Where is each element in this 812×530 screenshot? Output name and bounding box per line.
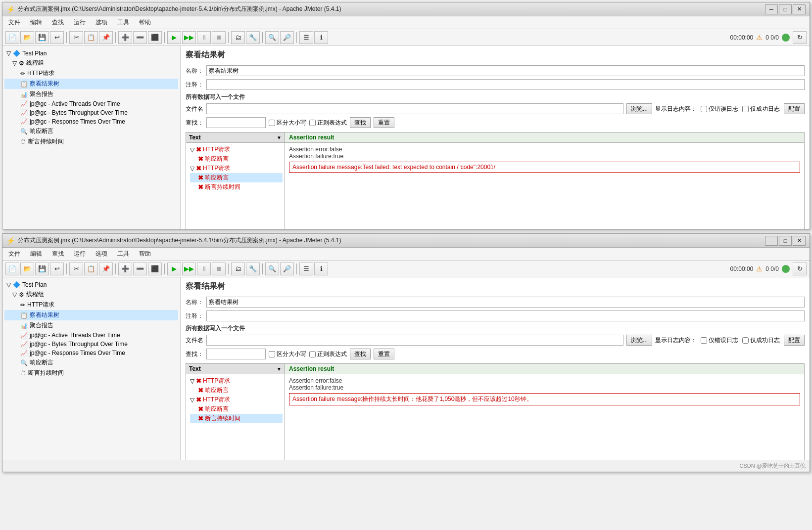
tb-stop-1[interactable]: ⏸ [197, 31, 211, 44]
tree-entry-r3-2[interactable]: ▽ ✖ HTTP请求 [190, 395, 283, 404]
tree-entry-r3-1[interactable]: ▽ ✖ HTTP请求 [190, 164, 283, 173]
tb-new-2[interactable]: 📄 [5, 263, 19, 275]
menu-run-2[interactable]: 运行 [72, 249, 88, 259]
tree-entry-r1-2[interactable]: ▽ ✖ HTTP请求 [190, 376, 283, 386]
name-input-1[interactable] [206, 65, 805, 76]
tb-remove-2[interactable]: ➖ [133, 263, 147, 275]
menu-tools-1[interactable]: 工具 [115, 17, 131, 28]
tb-shutdown-1[interactable]: ⏹ [212, 31, 226, 44]
tree-responseassert-2[interactable]: 🔍 响应断言 [4, 357, 178, 368]
tb-open-1[interactable]: 📂 [20, 31, 34, 44]
tree-activethreads-2[interactable]: 📈 jp@gc - Active Threads Over Time [4, 331, 178, 340]
config-btn-1[interactable]: 配置 [784, 103, 805, 114]
name-input-2[interactable] [206, 297, 805, 308]
tb-open-2[interactable]: 📂 [20, 263, 34, 275]
menu-file-2[interactable]: 文件 [6, 249, 22, 259]
tb-startno-2[interactable]: ▶▶ [182, 263, 196, 275]
tb-search-2[interactable]: 🔍 [265, 263, 279, 275]
tree-entry-r4-1[interactable]: ✖ 响应断言 [190, 173, 283, 182]
tree-resulttree-1[interactable]: 📋 察看结果树 [4, 79, 178, 89]
tree-threadgroup-1[interactable]: ▽ ⚙ 线程组 [4, 58, 178, 68]
tb-more1-1[interactable]: 🔧 [246, 31, 260, 44]
tb-zoom-1[interactable]: 🔎 [280, 31, 294, 44]
close-btn-2[interactable]: ✕ [793, 236, 806, 246]
comment-input-1[interactable] [206, 79, 805, 90]
tree-threadgroup-2[interactable]: ▽ ⚙ 线程组 [4, 289, 178, 300]
search-btn-1[interactable]: 查找 [350, 117, 371, 128]
file-input-2[interactable] [206, 335, 623, 346]
menu-options-1[interactable]: 选项 [94, 17, 109, 28]
tb-clear-2[interactable]: ⬛ [148, 263, 162, 275]
tree-httpreq-1[interactable]: ✏ HTTP请求 [4, 68, 178, 79]
minimize-btn-2[interactable]: ─ [765, 236, 778, 246]
tb-new-1[interactable]: 📄 [5, 31, 19, 44]
tb-stop-2[interactable]: ⏸ [197, 263, 211, 275]
tree-httpreq-2[interactable]: ✏ HTTP请求 [4, 300, 178, 310]
menu-edit-1[interactable]: 编辑 [28, 17, 44, 28]
tb-templates-1[interactable]: 🗂 [231, 31, 245, 44]
tree-responsetimes-1[interactable]: 📈 jp@gc - Response Times Over Time [4, 117, 178, 126]
tree-activethreads-1[interactable]: 📈 jp@gc - Active Threads Over Time [4, 99, 178, 108]
tree-aggregate-2[interactable]: 📊 聚合报告 [4, 320, 178, 331]
tb-save-2[interactable]: 💾 [35, 263, 49, 275]
tb-refresh-2[interactable]: ↻ [793, 263, 807, 275]
error-log-check-1[interactable] [701, 106, 707, 112]
menu-search-2[interactable]: 查找 [50, 249, 66, 259]
tb-info-1[interactable]: ℹ [314, 31, 328, 44]
tb-search-1[interactable]: 🔍 [265, 31, 279, 44]
case-check-2[interactable] [269, 351, 275, 357]
tree-testplan-2[interactable]: ▽ 🔷 Test Plan [4, 280, 178, 289]
tb-paste-2[interactable]: 📌 [99, 263, 113, 275]
error-log-check-2[interactable] [701, 337, 707, 344]
tb-clear-1[interactable]: ⬛ [148, 31, 162, 44]
regex-check-1[interactable] [309, 120, 316, 126]
tree-entry-r2-1[interactable]: ✖ 响应断言 [190, 154, 283, 164]
tb-revert-2[interactable]: ↩ [50, 263, 64, 275]
close-btn-1[interactable]: ✕ [793, 4, 806, 14]
tree-testplan-1[interactable]: ▽ 🔷 Test Plan [4, 49, 178, 58]
tree-entry-r5-1[interactable]: ✖ 断言持续时间 [190, 182, 283, 192]
tree-responseassert-1[interactable]: 🔍 响应断言 [4, 126, 178, 136]
menu-edit-2[interactable]: 编辑 [28, 249, 44, 259]
browse-btn-2[interactable]: 浏览... [626, 335, 652, 346]
tb-startno-1[interactable]: ▶▶ [182, 31, 196, 44]
tb-copy-2[interactable]: 📋 [84, 263, 98, 275]
menu-tools-2[interactable]: 工具 [115, 249, 131, 259]
tree-entry-r2-2[interactable]: ✖ 响应断言 [190, 386, 283, 395]
menu-run-1[interactable]: 运行 [72, 17, 88, 28]
search-btn-2[interactable]: 查找 [350, 349, 371, 359]
menu-options-2[interactable]: 选项 [94, 249, 109, 259]
regex-check-2[interactable] [309, 351, 316, 357]
menu-file-1[interactable]: 文件 [6, 17, 22, 28]
tb-more1-2[interactable]: 🔧 [246, 263, 260, 275]
menu-help-2[interactable]: 帮助 [137, 249, 153, 259]
browse-btn-1[interactable]: 浏览... [626, 103, 652, 114]
maximize-btn-2[interactable]: □ [779, 236, 792, 246]
comment-input-2[interactable] [206, 310, 805, 321]
search-input-2[interactable] [206, 349, 266, 359]
reset-btn-1[interactable]: 重置 [374, 117, 394, 128]
tree-resulttree-2[interactable]: 📋 察看结果树 [4, 310, 178, 320]
tb-copy-1[interactable]: 📋 [84, 31, 98, 44]
tb-shutdown-2[interactable]: ⏹ [212, 263, 226, 275]
tree-bytesthroughput-2[interactable]: 📈 jp@gc - Bytes Throughput Over Time [4, 340, 178, 349]
tree-entry-r4-2[interactable]: ✖ 响应断言 [190, 404, 283, 414]
file-input-1[interactable] [206, 103, 623, 114]
minimize-btn-1[interactable]: ─ [765, 4, 778, 14]
tb-zoom-2[interactable]: 🔎 [280, 263, 294, 275]
tb-add-1[interactable]: ➕ [118, 31, 132, 44]
reset-btn-2[interactable]: 重置 [374, 349, 394, 359]
tree-aggregate-1[interactable]: 📊 聚合报告 [4, 89, 178, 99]
tree-entry-r1-1[interactable]: ▽ ✖ HTTP请求 [190, 145, 283, 154]
tb-refresh-1[interactable]: ↻ [793, 31, 807, 44]
dropdown-arrow-2[interactable]: ▼ [277, 366, 282, 372]
tb-cut-2[interactable]: ✂ [69, 263, 83, 275]
tb-save-1[interactable]: 💾 [35, 31, 49, 44]
tb-revert-1[interactable]: ↩ [50, 31, 64, 44]
tb-remove-1[interactable]: ➖ [133, 31, 147, 44]
tree-durationassert-2[interactable]: ⏱ 断言持续时间 [4, 368, 178, 378]
tb-add-2[interactable]: ➕ [118, 263, 132, 275]
tb-list-1[interactable]: ☰ [299, 31, 313, 44]
tb-start-2[interactable]: ▶ [167, 263, 181, 275]
tb-info-2[interactable]: ℹ [314, 263, 328, 275]
